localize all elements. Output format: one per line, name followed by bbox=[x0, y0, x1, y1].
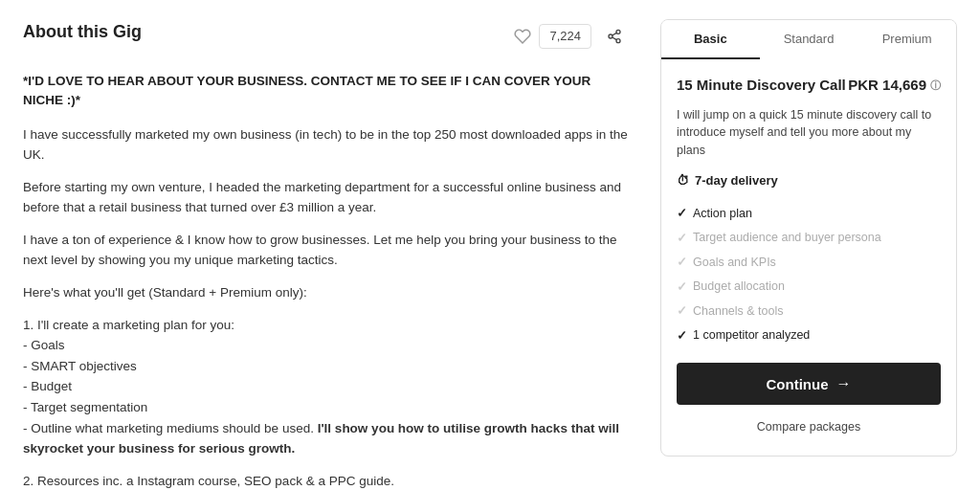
body-para-2: Before starting my own venture, I headed… bbox=[23, 177, 630, 218]
tab-standard[interactable]: Standard bbox=[760, 20, 858, 59]
tab-premium[interactable]: Premium bbox=[858, 20, 956, 59]
likes-count: 7,224 bbox=[539, 24, 591, 49]
card-body: 15 Minute Discovery Call PKR 14,669 ⓘ I … bbox=[661, 59, 956, 456]
body-para-5: 1. I'll create a marketing plan for you:… bbox=[23, 315, 630, 459]
check-icon-6: ✓ bbox=[677, 326, 687, 345]
continue-label: Continue bbox=[767, 376, 829, 392]
body-para-1: I have successfully marketed my own busi… bbox=[23, 124, 630, 166]
price-display: PKR 14,669 ⓘ bbox=[848, 75, 941, 97]
body-para-6: 2. Resources inc. a Instagram course, SE… bbox=[23, 471, 630, 490]
left-panel: About this Gig 7,224 *I'D LOVE TO HEAR A… bbox=[23, 19, 630, 490]
tab-basic[interactable]: Basic bbox=[661, 20, 760, 59]
pricing-tabs: Basic Standard Premium bbox=[661, 20, 956, 59]
svg-line-4 bbox=[612, 33, 617, 35]
top-bar: About this Gig 7,224 bbox=[23, 19, 630, 60]
pricing-card: Basic Standard Premium 15 Minute Discove… bbox=[660, 19, 957, 457]
check-icon-4: ✓ bbox=[677, 278, 687, 297]
check-icon-2: ✓ bbox=[677, 229, 687, 248]
body-para-3: I have a ton of experience & I know how … bbox=[23, 230, 630, 271]
gig-headline: *I'D LOVE TO HEAR ABOUT YOUR BUSINESS. C… bbox=[23, 72, 630, 111]
feature-label-4: Budget allocation bbox=[693, 278, 785, 296]
svg-point-0 bbox=[616, 30, 620, 33]
feature-target-audience: ✓ Target audience and buyer persona bbox=[677, 226, 941, 251]
price-row: 15 Minute Discovery Call PKR 14,669 ⓘ bbox=[677, 75, 941, 97]
page-container: About this Gig 7,224 *I'D LOVE TO HEAR A… bbox=[0, 0, 980, 490]
feature-label-1: Action plan bbox=[693, 205, 752, 223]
feature-competitor-analyzed: ✓ 1 competitor analyzed bbox=[677, 323, 941, 348]
svg-point-2 bbox=[616, 39, 620, 43]
feature-goals-kpis: ✓ Goals and KPIs bbox=[677, 250, 941, 275]
bold-text: I'll show you how to utilise growth hack… bbox=[23, 421, 619, 457]
feature-label-3: Goals and KPIs bbox=[693, 254, 776, 272]
feature-action-plan: ✓ Action plan bbox=[677, 201, 941, 226]
social-bar: 7,224 bbox=[514, 21, 630, 52]
delivery-row: ⏱ 7-day delivery bbox=[677, 171, 941, 190]
feature-label-5: Channels & tools bbox=[693, 302, 784, 321]
price-value: PKR 14,669 bbox=[848, 75, 926, 97]
feature-label-6: 1 competitor analyzed bbox=[693, 326, 810, 345]
price-info-icon[interactable]: ⓘ bbox=[930, 78, 941, 94]
check-icon-3: ✓ bbox=[677, 253, 687, 272]
plan-description: I will jump on a quick 15 minute discove… bbox=[677, 106, 941, 160]
right-panel: Basic Standard Premium 15 Minute Discove… bbox=[660, 19, 957, 490]
continue-button[interactable]: Continue → bbox=[677, 363, 941, 405]
check-icon-1: ✓ bbox=[677, 204, 687, 223]
body-para-4: Here's what you'll get (Standard + Premi… bbox=[23, 282, 630, 303]
features-list: ✓ Action plan ✓ Target audience and buye… bbox=[677, 201, 941, 347]
plan-name: 15 Minute Discovery Call bbox=[677, 75, 846, 97]
svg-point-1 bbox=[609, 34, 612, 38]
clock-icon: ⏱ bbox=[677, 171, 689, 190]
feature-budget-allocation: ✓ Budget allocation bbox=[677, 275, 941, 300]
section-title: About this Gig bbox=[23, 19, 142, 45]
compare-packages-link[interactable]: Compare packages bbox=[677, 414, 941, 440]
feature-label-2: Target audience and buyer persona bbox=[693, 229, 881, 247]
share-button[interactable] bbox=[599, 21, 630, 52]
delivery-label: 7-day delivery bbox=[695, 171, 778, 190]
feature-channels-tools: ✓ Channels & tools bbox=[677, 299, 941, 323]
arrow-icon: → bbox=[836, 375, 852, 392]
heart-button[interactable] bbox=[514, 28, 531, 45]
check-icon-5: ✓ bbox=[677, 301, 687, 321]
svg-line-3 bbox=[612, 37, 617, 40]
